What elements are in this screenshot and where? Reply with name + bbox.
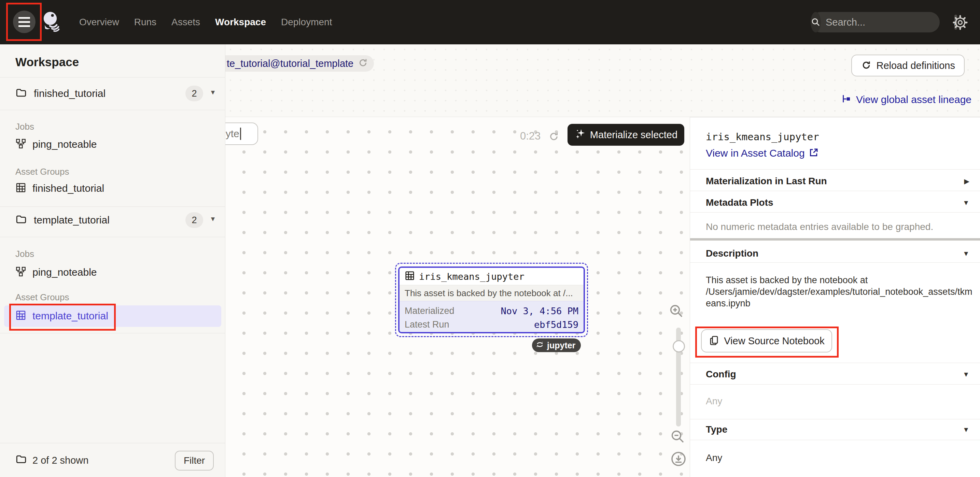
sparkle-icon xyxy=(574,128,586,141)
sidebar-item-group-finished-tutorial[interactable]: finished_tutorial xyxy=(0,179,225,197)
top-nav: Overview Runs Assets Workspace Deploymen… xyxy=(0,0,980,44)
job-label: ping_noteable xyxy=(32,266,97,278)
section-config[interactable]: Config ▼ xyxy=(690,368,980,381)
search-input[interactable] xyxy=(821,17,955,28)
asset-groups-section-label: Asset Groups xyxy=(15,292,69,303)
nav-deployment[interactable]: Deployment xyxy=(281,17,332,28)
sidebar-item-job-ping-noteable[interactable]: ping_noteable xyxy=(0,135,225,153)
nav-assets[interactable]: Assets xyxy=(172,17,200,28)
section-metadata-plots[interactable]: Metadata Plots ▼ xyxy=(690,196,980,209)
job-icon xyxy=(15,138,26,151)
zoom-slider-thumb[interactable] xyxy=(673,340,685,352)
workspace-sidebar: Workspace finished_tutorial 2 ▼ Jobs pin… xyxy=(0,44,225,477)
asset-group-label: template_tutorial xyxy=(32,310,108,322)
asset-group-label: finished_tutorial xyxy=(32,182,104,194)
section-divider xyxy=(690,238,980,241)
sidebar-item-group-template-tutorial[interactable]: template_tutorial xyxy=(0,307,225,325)
panel-asset-title: iris_kmeans_jupyter xyxy=(706,131,819,143)
reload-definitions-button[interactable]: Reload definitions xyxy=(851,55,965,76)
metadata-empty-message: No numeric metadata entries available to… xyxy=(706,222,933,232)
dagster-logo-icon xyxy=(42,11,63,34)
asset-group-icon xyxy=(15,310,26,322)
nav-workspace[interactable]: Workspace xyxy=(215,17,266,28)
section-type[interactable]: Type ▼ xyxy=(690,423,980,436)
hamburger-menu-button[interactable] xyxy=(13,11,35,33)
shown-count: 2 of 2 shown xyxy=(32,455,88,466)
repo-count-badge: 2 xyxy=(185,86,203,101)
view-source-notebook-button[interactable]: View Source Notebook xyxy=(701,329,832,352)
job-icon xyxy=(15,266,26,279)
filter-button[interactable]: Filter xyxy=(175,451,214,471)
chevron-down-icon[interactable]: ▼ xyxy=(963,250,969,258)
section-description[interactable]: Description ▼ xyxy=(690,247,980,260)
asset-details-panel: iris_kmeans_jupyter View in Asset Catalo… xyxy=(690,117,980,477)
compute-kind-tag-jupyter[interactable]: jupyter xyxy=(532,339,581,352)
sidebar-footer: 2 of 2 shown Filter xyxy=(0,443,225,477)
asset-node-stats: Materialized Nov 3, 4:56 PM Latest Run e… xyxy=(399,301,584,332)
refresh-icon[interactable] xyxy=(548,131,560,144)
global-search[interactable]: / xyxy=(811,12,940,32)
zoom-in-icon[interactable] xyxy=(668,303,685,321)
stat-label: Materialized xyxy=(405,306,455,316)
refresh-icon xyxy=(861,60,872,72)
repo-count-badge: 2 xyxy=(185,212,203,228)
chevron-down-icon[interactable]: ▼ xyxy=(210,89,216,96)
view-global-asset-lineage-link[interactable]: View global asset lineage xyxy=(841,93,972,106)
view-source-notebook-label: View Source Notebook xyxy=(724,335,824,347)
asset-group-icon xyxy=(15,182,26,195)
folder-icon xyxy=(15,87,27,100)
view-in-asset-catalog-label: View in Asset Catalog xyxy=(706,147,805,159)
zoom-out-icon[interactable] xyxy=(670,429,686,446)
copy-icon xyxy=(708,335,719,347)
hamburger-icon xyxy=(18,17,30,19)
chevron-right-icon[interactable]: ▶ xyxy=(964,177,969,185)
main-header: te_tutorial@tutorial_template Reload def… xyxy=(225,44,980,117)
repo-name: template_tutorial xyxy=(34,214,110,226)
chevron-down-icon[interactable]: ▼ xyxy=(963,371,969,379)
jobs-section-label: Jobs xyxy=(15,249,34,259)
reload-definitions-label: Reload definitions xyxy=(876,60,955,71)
materialize-selected-label: Materialize selected xyxy=(590,129,678,141)
chevron-down-icon[interactable]: ▼ xyxy=(210,215,216,223)
asset-graph-canvas[interactable]: pyte 0:23 Materialize selected xyxy=(225,117,690,477)
settings-gear-icon[interactable] xyxy=(953,15,968,32)
asset-node-header: iris_kmeans_jupyter xyxy=(399,268,584,285)
stat-value[interactable]: Nov 3, 4:56 PM xyxy=(501,306,578,316)
config-value: Any xyxy=(706,396,722,407)
job-label: ping_noteable xyxy=(32,138,97,150)
folder-icon xyxy=(15,214,27,227)
view-global-asset-lineage-label: View global asset lineage xyxy=(856,94,972,105)
repo-name: finished_tutorial xyxy=(34,88,105,99)
materialize-selected-button[interactable]: Materialize selected xyxy=(568,124,684,146)
repo-location-label: te_tutorial@tutorial_template xyxy=(227,58,353,69)
table-icon xyxy=(405,271,415,282)
nav-runs[interactable]: Runs xyxy=(134,17,156,28)
asset-node-title: iris_kmeans_jupyter xyxy=(419,271,525,282)
external-link-icon xyxy=(808,147,819,159)
jupyter-logo-icon xyxy=(535,340,544,350)
text-cursor xyxy=(240,128,241,140)
type-value: Any xyxy=(706,452,722,463)
nav-overview[interactable]: Overview xyxy=(79,17,119,28)
dagster-app: Overview Runs Assets Workspace Deploymen… xyxy=(0,0,980,477)
lineage-icon xyxy=(841,93,852,106)
chevron-down-icon[interactable]: ▼ xyxy=(963,426,969,434)
refresh-icon[interactable] xyxy=(358,57,368,70)
primary-nav: Overview Runs Assets Workspace Deploymen… xyxy=(79,0,332,44)
stat-label: Latest Run xyxy=(405,319,449,330)
search-icon xyxy=(811,12,821,32)
stat-value[interactable]: ebf5d159 xyxy=(534,319,578,330)
asset-node-selection-outline: iris_kmeans_jupyter This asset is backed… xyxy=(395,263,588,337)
download-icon[interactable] xyxy=(670,451,687,469)
section-materialization-in-last-run[interactable]: Materialization in Last Run ▶ xyxy=(690,175,980,188)
repo-location-chip[interactable]: te_tutorial@tutorial_template xyxy=(225,55,374,72)
refresh-timer: 0:23 xyxy=(520,130,541,142)
chevron-down-icon[interactable]: ▼ xyxy=(963,199,969,207)
sidebar-item-job-ping-noteable-2[interactable]: ping_noteable xyxy=(0,263,225,281)
folder-icon xyxy=(15,453,27,466)
sidebar-title: Workspace xyxy=(15,55,79,69)
view-in-asset-catalog-link[interactable]: View in Asset Catalog xyxy=(706,147,819,159)
compute-kind-label: jupyter xyxy=(547,341,575,350)
asset-groups-section-label: Asset Groups xyxy=(15,166,69,177)
asset-node-iris-kmeans-jupyter[interactable]: iris_kmeans_jupyter This asset is backed… xyxy=(398,266,585,333)
